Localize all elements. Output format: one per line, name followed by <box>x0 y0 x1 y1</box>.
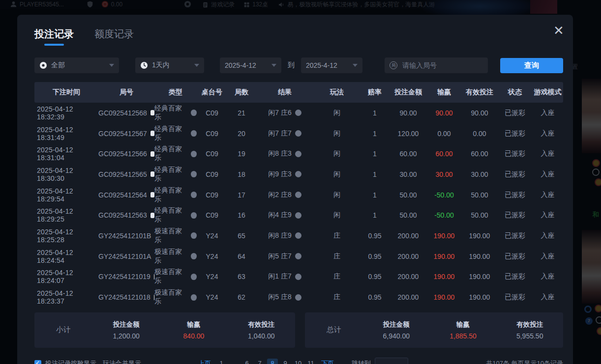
prev-page-button[interactable]: 上页 <box>195 358 214 364</box>
win-loss: 190.00 <box>427 273 461 280</box>
play-type: 闲 <box>314 170 360 179</box>
status-badge: 已派彩 <box>498 252 532 261</box>
game-type: 经典百家乐 <box>154 206 197 224</box>
result-text: 闲5 庄7 <box>268 252 291 261</box>
round-number: GC0925412567 <box>98 130 154 138</box>
copy-icon[interactable] <box>150 213 154 218</box>
info-icon[interactable] <box>295 151 301 157</box>
table-row: 2025-04-12 18:24:07GY24254121019极速百家乐Y24… <box>34 267 563 287</box>
info-icon[interactable] <box>191 192 197 198</box>
result-text: 闲9 庄3 <box>268 170 291 179</box>
info-icon[interactable] <box>295 130 301 137</box>
info-icon[interactable] <box>295 253 301 259</box>
game-type-text: 经典百家乐 <box>154 125 187 142</box>
close-icon[interactable]: ✕ <box>551 24 566 38</box>
info-icon[interactable] <box>191 294 197 301</box>
page-ellipsis: ... <box>229 359 240 364</box>
copy-icon[interactable] <box>150 192 154 197</box>
info-icon[interactable] <box>191 274 197 280</box>
page-button[interactable]: 9 <box>280 359 291 364</box>
date-to-dropdown[interactable]: 2025-4-12 <box>301 57 362 73</box>
game-type-text: 极速百家乐 <box>154 268 187 285</box>
info-icon[interactable] <box>295 212 301 219</box>
page-button[interactable]: 1 <box>216 359 227 364</box>
round-search-input[interactable] <box>401 61 477 70</box>
round-number: GC0925412563 <box>98 211 154 219</box>
display-option: 投注记录按靴显示，玩法合并显示 <box>34 359 141 364</box>
result-text: 闲1 庄7 <box>268 272 291 281</box>
game-type: 经典百家乐 <box>154 125 197 142</box>
copy-icon[interactable] <box>150 171 154 177</box>
info-icon[interactable] <box>191 151 197 157</box>
table-number: C09 <box>197 211 227 219</box>
odds: 1 <box>360 130 390 138</box>
bet-amount: 50.00 <box>390 211 427 219</box>
chevron-down-icon <box>109 64 114 67</box>
result-text: 闲7 庄6 <box>268 109 291 117</box>
valid-bet: 0.00 <box>461 130 498 138</box>
bet-time: 2025-04-12 18:24:07 <box>34 269 98 284</box>
info-icon[interactable] <box>295 294 301 301</box>
table-row: 2025-04-12 18:31:49GC0925412567经典百家乐C092… <box>34 123 563 144</box>
round-search-field[interactable]: 局 <box>385 57 488 73</box>
query-button[interactable]: 查询 <box>500 58 563 73</box>
info-icon[interactable] <box>295 110 301 116</box>
copy-icon[interactable] <box>150 110 154 115</box>
bet-amount: 200.00 <box>390 252 427 260</box>
column-header: 游戏模式 <box>532 88 563 97</box>
type-filter-dropdown[interactable]: 全部 <box>34 57 119 73</box>
subtotal-label: 小计 <box>34 325 92 335</box>
column-header: 局号 <box>98 88 154 97</box>
info-icon[interactable] <box>191 171 197 177</box>
next-page-button[interactable]: 下页 <box>318 358 337 364</box>
jump-page-input[interactable] <box>375 358 408 364</box>
table-number: C09 <box>197 130 227 138</box>
game-type-text: 经典百家乐 <box>154 145 187 163</box>
valid-bet: 50.00 <box>461 211 498 219</box>
table-row: 2025-04-12 18:29:25GC0925412563经典百家乐C091… <box>34 205 563 225</box>
info-icon[interactable] <box>191 110 197 116</box>
info-icon[interactable] <box>191 253 197 259</box>
info-icon[interactable] <box>191 212 197 219</box>
bet-records-modal: ✕ 投注记录 额度记录 全部 1天内 2025-4-12 <box>17 15 573 364</box>
to-label: 到 <box>288 61 295 70</box>
info-icon[interactable] <box>191 130 197 137</box>
page-button[interactable]: 6 <box>241 359 252 364</box>
result: 闲5 庄8 <box>256 293 314 302</box>
shoe-number: 63 <box>227 273 256 280</box>
page-button[interactable]: 10 <box>293 359 303 364</box>
info-icon[interactable] <box>295 192 301 198</box>
info-icon[interactable] <box>295 274 301 280</box>
game-mode: 入座 <box>532 293 563 302</box>
info-icon[interactable] <box>295 232 301 239</box>
table-number: Y24 <box>197 232 227 240</box>
game-type-text: 经典百家乐 <box>154 166 187 183</box>
column-header: 玩法 <box>314 88 360 97</box>
jump-to-page: 跳转到 <box>352 358 408 364</box>
page-button[interactable]: 7 <box>254 359 265 364</box>
date-from-dropdown[interactable]: 2025-4-12 <box>220 57 281 73</box>
result: 闲8 庄3 <box>256 149 314 158</box>
status-badge: 已派彩 <box>498 170 532 179</box>
round-number-text: GY2425412101B <box>98 232 151 240</box>
result-text: 闲7 庄7 <box>268 129 291 138</box>
chevron-down-icon <box>271 64 276 67</box>
round-number: GC0925412568 <box>98 109 154 117</box>
table-row: 2025-04-12 18:24:54GY2425412101A极速百家乐Y24… <box>34 246 563 267</box>
display-by-shoe-checkbox[interactable] <box>34 360 41 364</box>
tab-bet-records[interactable]: 投注记录 <box>34 28 74 46</box>
tab-quota-records[interactable]: 额度记录 <box>94 28 134 46</box>
shoe-number: 64 <box>227 252 256 260</box>
play-type: 闲 <box>314 109 360 117</box>
copy-icon[interactable] <box>150 131 154 136</box>
page-button[interactable]: 8 <box>267 359 278 364</box>
odds: 1 <box>360 191 390 199</box>
time-range-dropdown[interactable]: 1天内 <box>135 57 204 73</box>
game-mode: 入座 <box>532 252 563 261</box>
info-icon[interactable] <box>295 171 301 177</box>
page-button[interactable]: 11 <box>305 359 316 364</box>
summary-bars: 小计 投注金额 1,200.00 输赢 840.00 有效投注 1,040.00… <box>34 312 563 348</box>
info-icon[interactable] <box>191 232 197 239</box>
valid-bet: 50.00 <box>461 191 498 199</box>
copy-icon[interactable] <box>150 151 154 157</box>
